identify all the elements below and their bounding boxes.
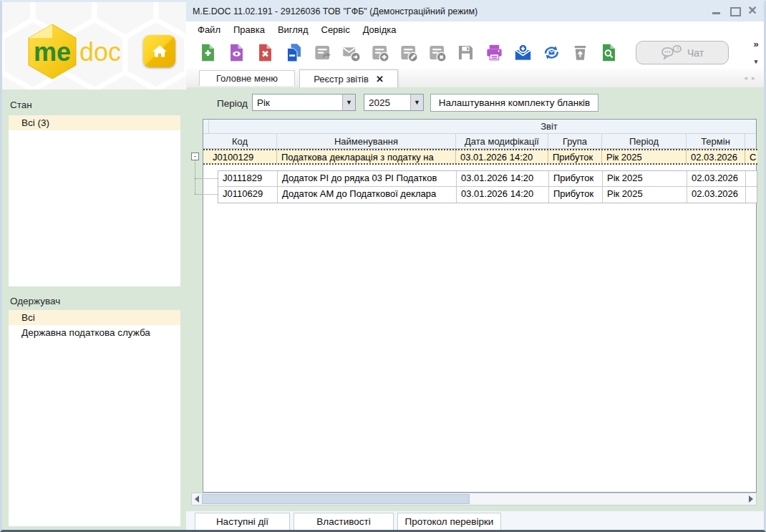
cell-name: Податкова декларація з податку на (277, 150, 456, 163)
report-send-button (308, 40, 336, 66)
report-delete-icon (256, 43, 275, 62)
main-area: Період Рік ▼ 2025 ▼ Налаштування комплек… (186, 87, 764, 530)
cell-group: Прибуток (548, 150, 602, 163)
chevron-down-icon: ▼ (342, 95, 355, 110)
bottom-tab-next-actions[interactable]: Наступні дії (195, 513, 290, 531)
menu-help[interactable]: Довідка (357, 23, 403, 37)
report-row[interactable]: J0111829Додаток РІ до рядка 03 РІ Податк… (218, 171, 757, 187)
logo-panel: me doc (2, 2, 186, 90)
chat-bubbles-icon: ? (661, 45, 682, 61)
menu-file[interactable]: Файл (191, 23, 227, 37)
mail-forward-button (336, 40, 365, 66)
print-icon (485, 43, 504, 62)
scroll-left-icon[interactable] (195, 495, 199, 503)
menu-bar: ФайлПравкаВиглядСервісДовідка (186, 21, 764, 37)
report-row[interactable]: J0110629Додаток АМ до Податкової деклара… (218, 187, 757, 203)
mail-receive-button[interactable] (508, 40, 537, 66)
tab-report-registry[interactable]: Реєстр звітів✕ (299, 69, 398, 87)
column-header[interactable]: Дата модифікації (456, 134, 548, 148)
column-header[interactable]: Термін (687, 134, 745, 148)
report-view-button[interactable] (222, 40, 251, 66)
tree-line (195, 160, 195, 194)
cell-name: Додаток РІ до рядка 03 РІ Податков (278, 171, 457, 186)
column-header[interactable]: Група (548, 134, 602, 148)
bottom-tab-check-protocol[interactable]: Протокол перевірки (397, 513, 501, 531)
column-header[interactable]: Код (203, 134, 277, 148)
tab-close-icon[interactable]: ✕ (376, 74, 384, 84)
report-verify-icon (599, 43, 619, 62)
report-new-button[interactable] (193, 40, 222, 66)
cell-extra (746, 171, 757, 186)
record-remove-button (422, 40, 451, 66)
period-type-select[interactable]: Рік ▼ (252, 94, 356, 111)
record-add-icon (370, 43, 389, 62)
scrollbar-thumb[interactable] (202, 494, 470, 504)
mail-receive-icon (513, 43, 533, 62)
minimize-button[interactable] (711, 5, 722, 16)
bottom-tab-properties[interactable]: Властивості (294, 513, 394, 531)
sidebar-list: ВсіДержавна податкова служба (9, 310, 180, 526)
period-year-select[interactable]: 2025 ▼ (364, 94, 424, 111)
cell-extra (746, 187, 757, 203)
tab-bar: ◂▸ Головне менюРеєстр звітів✕ (186, 68, 764, 87)
tab-scroll-arrows[interactable]: ◂▸ (744, 74, 760, 82)
mail-exchange-button[interactable] (537, 40, 566, 66)
column-header[interactable]: Період (602, 134, 687, 148)
save-icon (456, 43, 475, 62)
window-title: M.E.DOC 11.02.191 - 29126036 ТОВ "ГФБ" (… (193, 6, 477, 16)
home-button[interactable] (143, 35, 175, 67)
sidebar-item[interactable]: Всі (9, 310, 180, 325)
bottom-tab-bar: Наступні діїВластивостіПротокол перевірк… (186, 511, 764, 530)
period-label: Період (217, 98, 248, 109)
toolbar: ? Чат»▾ (186, 37, 764, 68)
report-verify-button[interactable] (594, 40, 623, 66)
toolbar-overflow-button[interactable]: »▾ (751, 39, 761, 67)
svg-text:me: me (34, 37, 71, 67)
home-icon (150, 42, 169, 61)
report-view-icon (227, 43, 246, 62)
export-button (566, 40, 594, 66)
chevron-down-icon[interactable]: ▾ (751, 57, 761, 67)
report-row[interactable]: J0100129Податкова декларація з податку н… (203, 149, 757, 165)
cell-code: J0100129 (208, 150, 277, 163)
menu-edit[interactable]: Правка (227, 23, 271, 37)
menu-view[interactable]: Вигляд (271, 23, 315, 37)
horizontal-scrollbar[interactable] (191, 493, 757, 506)
record-edit-icon (399, 43, 418, 62)
tab-label: Головне меню (216, 73, 278, 84)
svg-text:doc: doc (79, 37, 121, 67)
print-button[interactable] (480, 40, 508, 66)
menu-service[interactable]: Сервіс (315, 23, 357, 37)
mail-exchange-icon (542, 43, 561, 62)
tree-line (195, 178, 218, 179)
maximize-button[interactable] (729, 5, 740, 16)
close-button[interactable]: ✕ (747, 5, 758, 16)
cell-period: Рік 2025 (603, 171, 687, 186)
report-table: Звіт КодНайменуванняДата модифікаціїГруп… (203, 119, 757, 493)
sidebar-section-title: Стан (10, 100, 32, 110)
table-band-header: Звіт (203, 120, 756, 134)
cell-period: Рік 2025 (603, 187, 687, 203)
tab-main-menu[interactable]: Головне меню (199, 70, 295, 86)
cell-term: 02.03.2026 (687, 171, 746, 186)
column-header[interactable]: Найменування (277, 134, 456, 148)
report-copy-button[interactable] (279, 40, 308, 66)
scroll-right-icon[interactable] (749, 495, 753, 503)
sidebar-item[interactable]: Всі (3) (9, 115, 180, 130)
tab-label: Реєстр звітів (314, 74, 369, 84)
chat-button: ? Чат (636, 41, 729, 64)
record-add-button (365, 40, 394, 66)
cell-code: J0110629 (218, 187, 278, 203)
cell-group: Прибуток (549, 171, 603, 186)
blank-set-settings-button[interactable]: Налаштування комплекту бланків (430, 94, 598, 112)
sidebar-item[interactable]: Державна податкова служба (9, 325, 180, 340)
cell-code: J0111829 (218, 171, 278, 186)
tree-collapse-icon[interactable]: - (191, 153, 199, 160)
save-button (451, 40, 480, 66)
sidebar-list: Всі (3) (9, 115, 180, 286)
report-delete-button[interactable] (251, 40, 279, 66)
chat-label: Чат (687, 47, 704, 59)
cell-modified: 03.01.2026 14:20 (457, 171, 549, 186)
cell-name: Додаток АМ до Податкової деклара (278, 187, 457, 203)
cell-period: Рік 2025 (602, 150, 687, 163)
